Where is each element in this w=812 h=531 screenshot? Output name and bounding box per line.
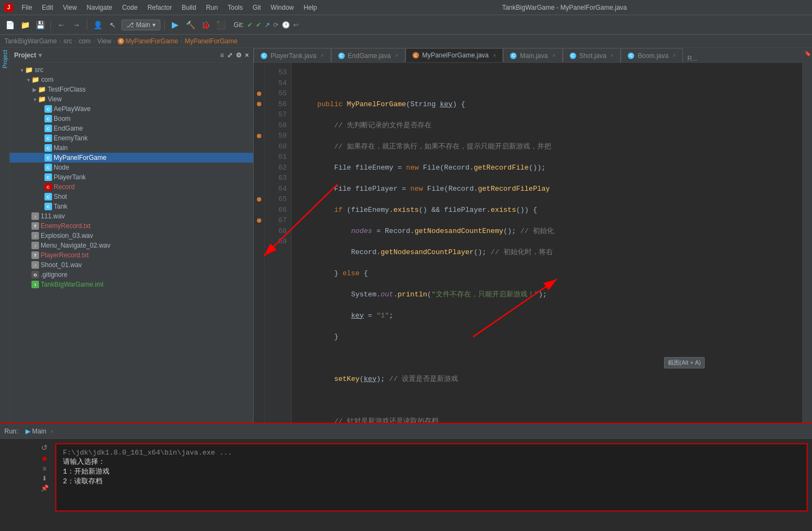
project-sidebar-icon[interactable]: Project	[2, 50, 8, 68]
linenum-56: 56	[265, 99, 291, 110]
tab-close-endgame[interactable]: ×	[395, 53, 398, 59]
restart-icon[interactable]: ↺	[41, 443, 48, 452]
menu-navigate[interactable]: Navigate	[82, 3, 117, 12]
breakpoint-55[interactable]	[257, 92, 261, 96]
gutter-54	[254, 78, 264, 89]
breadcrumb-sep3: ›	[93, 37, 95, 45]
project-label: Project	[14, 51, 36, 59]
menu-file[interactable]: File	[17, 3, 36, 12]
breadcrumb-view[interactable]: View	[98, 37, 112, 45]
cursor-button[interactable]: ↖	[106, 18, 119, 31]
tree-menu-nav[interactable]: ♪ Menu_Navigate_02.wav	[10, 241, 253, 250]
build-button[interactable]: 🔨	[184, 18, 197, 31]
project-dropdown[interactable]: ▾	[38, 51, 42, 59]
open-button[interactable]: 📁	[18, 18, 31, 31]
new-file-button[interactable]: 📄	[3, 18, 16, 31]
tree-explosion[interactable]: ♪ Explosion_03.wav	[10, 231, 253, 241]
tree-enemyrecord[interactable]: T EnemyRecord.txt	[10, 221, 253, 231]
tab-close-mypanel[interactable]: ×	[493, 53, 497, 59]
breakpoint-67[interactable]	[257, 218, 261, 223]
tab-mypanel[interactable]: C MyPanelForGame.java ×	[405, 48, 504, 62]
tree-label-menu-nav: Menu_Navigate_02.wav	[41, 242, 111, 249]
tree-label-main: Main	[54, 144, 68, 152]
tree-playerrecord[interactable]: T PlayerRecord.txt	[10, 250, 253, 260]
coverage-button[interactable]: ⬛	[214, 18, 227, 31]
tab-close-playertank[interactable]: ×	[321, 53, 324, 59]
console-output[interactable]: F:\jdk\jdk1.8.0_161_x64\bin\java.exe ...…	[55, 443, 808, 511]
run-button[interactable]: ▶	[169, 18, 182, 31]
tab-close-boom[interactable]: ×	[673, 53, 676, 59]
bookmarks-icon[interactable]: 🔖	[804, 50, 810, 56]
breadcrumb-active[interactable]: MyPanelForGame	[185, 37, 237, 45]
tree-label-playertank: PlayerTank	[54, 173, 86, 181]
breadcrumb-sep2: ›	[74, 37, 76, 45]
tab-close-shot[interactable]: ×	[611, 53, 614, 59]
breadcrumb-class-icon: C	[118, 38, 124, 44]
settings-icon[interactable]: ⚙	[236, 51, 242, 59]
tree-com[interactable]: ▾ 📁 com	[10, 75, 253, 85]
tree-iml[interactable]: I TankBigWarGame.iml	[10, 280, 253, 289]
breadcrumb-src[interactable]: src	[63, 37, 72, 45]
console-lines-icon[interactable]: ≡	[42, 465, 46, 472]
menu-build[interactable]: Build	[177, 3, 201, 12]
folder-icon-view: 📁	[38, 95, 46, 103]
tree-node[interactable]: C Node	[10, 163, 253, 172]
breadcrumb-mypanelforname[interactable]: MyPanelForGame	[125, 37, 178, 45]
menu-view[interactable]: View	[59, 3, 81, 12]
pin-icon[interactable]: 📌	[41, 484, 49, 492]
menu-help[interactable]: Help	[299, 3, 321, 12]
tree-view[interactable]: ▾ 📁 View	[10, 94, 253, 104]
menu-refactor[interactable]: Refactor	[143, 3, 176, 12]
tree-testforclass[interactable]: ▶ 📁 TestForClass	[10, 85, 253, 94]
close-sidebar-icon[interactable]: ×	[245, 51, 249, 59]
menu-git[interactable]: Git	[248, 3, 265, 12]
save-button[interactable]: 💾	[34, 18, 47, 31]
branch-selector[interactable]: ⎇ Main ▾	[121, 20, 160, 30]
forward-button[interactable]: →	[70, 18, 83, 31]
breadcrumb-com[interactable]: com	[79, 37, 91, 45]
breadcrumb-project[interactable]: TankBigWarGame	[4, 37, 57, 45]
bottom-tab-main[interactable]: ▶ Main ×	[22, 426, 56, 436]
tab-main[interactable]: C Main.java ×	[503, 48, 562, 62]
tab-boom[interactable]: C Boom.java ×	[621, 48, 683, 62]
code-content[interactable]: public MyPanelForGame(String key) { // 先…	[292, 63, 802, 423]
tree-shot[interactable]: C Shot	[10, 192, 253, 202]
menu-tools[interactable]: Tools	[223, 3, 247, 12]
breakpoint-65[interactable]	[257, 197, 261, 202]
tree-endgame[interactable]: C EndGame	[10, 124, 253, 133]
breakpoint-56[interactable]	[257, 102, 261, 106]
tree-gitignore[interactable]: G .gitignore	[10, 270, 253, 280]
tree-mypanelforname[interactable]: C MyPanelForGame	[10, 153, 253, 163]
tab-overflow[interactable]: R...	[683, 55, 702, 62]
debug-button[interactable]: 🐞	[199, 18, 212, 31]
menu-code[interactable]: Code	[118, 3, 142, 12]
collapse-all-icon[interactable]: ≡	[220, 51, 224, 59]
tree-shoot01[interactable]: ♪ Shoot_01.wav	[10, 260, 253, 270]
tree-tank[interactable]: C Tank	[10, 202, 253, 211]
tree-record[interactable]: C Record	[10, 182, 253, 192]
bottom-tab-close[interactable]: ×	[50, 429, 54, 435]
tree-boom[interactable]: C Boom	[10, 114, 253, 124]
tree-enemytank[interactable]: C EnemyTank	[10, 133, 253, 143]
tab-playertank[interactable]: C PlayerTank.java ×	[254, 48, 331, 62]
menu-window[interactable]: Window	[266, 3, 298, 12]
back-button[interactable]: ←	[55, 18, 68, 31]
breakpoint-59[interactable]	[257, 134, 261, 138]
vcs-button[interactable]: 👤	[91, 18, 104, 31]
tree-111wav[interactable]: ♪ 111.wav	[10, 211, 253, 221]
tab-close-main[interactable]: ×	[552, 53, 556, 59]
gutter-59	[254, 131, 264, 141]
tree-src[interactable]: ▾ 📁 src	[10, 65, 253, 75]
stop-icon[interactable]: ■	[42, 454, 47, 463]
tree-playertank[interactable]: C PlayerTank	[10, 172, 253, 182]
menu-run[interactable]: Run	[202, 3, 222, 12]
menu-edit[interactable]: Edit	[37, 3, 57, 12]
tree-aeplaywave[interactable]: C AePlayWave	[10, 104, 253, 114]
linenum-58: 58	[265, 120, 291, 131]
tab-shot[interactable]: C Shot.java ×	[563, 48, 621, 62]
tab-endgame[interactable]: C EndGame.java ×	[331, 48, 405, 62]
expand-icon[interactable]: ⤢	[227, 51, 233, 59]
code-line-67: setKey(key); // 设置是否是新游戏	[300, 374, 794, 385]
scroll-end-icon[interactable]: ⬇	[42, 475, 47, 482]
tree-main[interactable]: C Main	[10, 143, 253, 153]
